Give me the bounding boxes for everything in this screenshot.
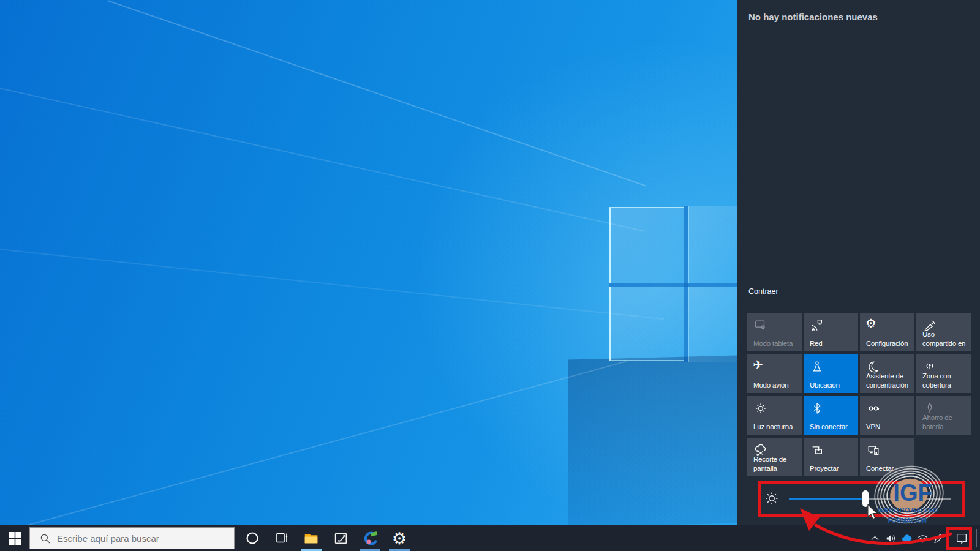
quick-action-night-light[interactable]: Luz nocturna <box>747 396 802 435</box>
connect-icon <box>867 443 880 457</box>
cortana-icon <box>246 531 259 545</box>
show-desktop-divider[interactable] <box>976 529 977 547</box>
settings-gear-icon: ⚙ <box>392 530 407 547</box>
settings-button[interactable]: ⚙ <box>385 525 414 551</box>
project-icon <box>810 443 824 457</box>
taskbar-search-box[interactable] <box>29 527 235 549</box>
light-beam <box>0 80 645 232</box>
quick-action-screen-snip[interactable]: Recorte de pantalla <box>747 438 802 476</box>
action-center-button[interactable] <box>951 525 973 551</box>
snip-sketch-icon <box>333 531 349 546</box>
light-beam <box>0 245 664 320</box>
volume-icon[interactable] <box>885 533 897 544</box>
light-beam <box>107 0 646 187</box>
taskbar-app-icons: ⚙ <box>238 525 414 551</box>
quick-action-settings[interactable]: ⚙ Configuración <box>860 313 914 351</box>
no-notifications-text: No hay notificaciones nuevas <box>748 12 878 22</box>
media-app-icon <box>362 530 379 547</box>
tablet-mode-icon <box>754 318 767 332</box>
brightness-slider-thumb[interactable] <box>862 490 869 507</box>
location-icon <box>810 360 824 373</box>
brightness-slider[interactable] <box>789 498 951 500</box>
quick-action-connect[interactable]: Conectar <box>860 438 914 476</box>
airplane-icon: ✈ <box>753 357 763 373</box>
quick-action-battery-saver[interactable]: Ahorro de batería <box>916 396 971 435</box>
quick-action-project[interactable]: Proyectar <box>804 438 858 476</box>
brightness-row <box>737 481 980 517</box>
task-view-icon <box>274 531 289 545</box>
quick-action-nearby-sharing[interactable]: Uso compartido en <box>916 313 971 351</box>
action-center-bubble-icon <box>955 531 968 545</box>
windows-ink-icon[interactable] <box>933 533 944 544</box>
cortana-button[interactable] <box>238 525 267 551</box>
quick-action-location[interactable]: Ubicación <box>804 354 858 393</box>
quick-action-mobile-hotspot[interactable]: Zona con cobertura <box>916 354 971 393</box>
network-icon <box>810 318 824 332</box>
vpn-icon <box>867 402 880 415</box>
search-icon <box>39 533 51 545</box>
system-tray <box>869 525 944 551</box>
quick-action-network[interactable]: Red <box>804 313 858 351</box>
brightness-slider-fill <box>789 498 865 500</box>
snip-sketch-button[interactable] <box>326 525 355 551</box>
wallpaper-floor-shadow <box>568 355 737 527</box>
windows-start-icon <box>9 532 21 545</box>
wifi-icon[interactable] <box>917 533 929 544</box>
bluetooth-icon <box>810 402 824 415</box>
collapse-link[interactable]: Contraer <box>748 287 778 296</box>
chevron-up-icon[interactable] <box>869 533 881 544</box>
action-center-panel: No hay notificaciones nuevas Contraer Mo… <box>737 0 980 525</box>
file-explorer-button[interactable] <box>296 525 326 551</box>
quick-action-bluetooth[interactable]: Sin conectar <box>804 396 858 435</box>
brightness-sun-icon <box>764 491 779 506</box>
task-view-button[interactable] <box>267 525 296 551</box>
night-light-icon <box>754 402 767 415</box>
quick-action-airplane-mode[interactable]: ✈ Modo avión <box>747 354 802 393</box>
gear-icon: ⚙ <box>865 315 876 331</box>
quick-action-focus-assist[interactable]: Asistente de concentración <box>860 354 914 393</box>
quick-action-tablet-mode[interactable]: Modo tableta <box>747 313 802 351</box>
windows-logo-wallpaper <box>609 206 737 362</box>
onedrive-cloud-icon[interactable] <box>901 533 913 544</box>
media-app-button[interactable] <box>355 525 385 551</box>
light-beam <box>0 361 627 533</box>
taskbar: ⚙ <box>0 525 980 551</box>
file-explorer-icon <box>303 530 319 546</box>
quick-action-vpn[interactable]: VPN <box>860 396 914 435</box>
quick-actions-grid: Modo tableta Red ⚙ Configuración Uso com… <box>747 313 971 476</box>
start-button[interactable] <box>0 525 29 551</box>
search-input[interactable] <box>30 533 234 544</box>
